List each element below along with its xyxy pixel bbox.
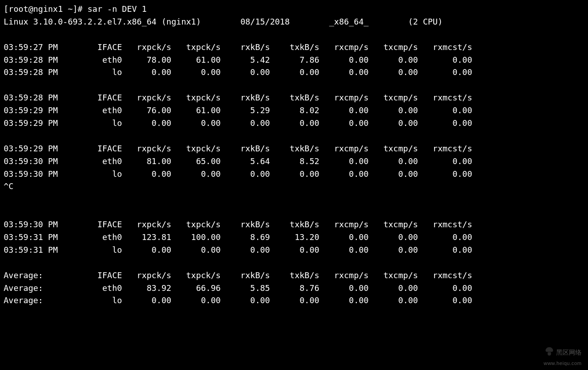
watermark-text: 黑区网络 xyxy=(556,349,582,356)
watermark-url: www.heiqu.com xyxy=(543,360,582,367)
watermark: 黑区网络 www.heiqu.com xyxy=(543,346,582,367)
mushroom-icon xyxy=(544,346,554,360)
terminal-output[interactable]: [root@nginx1 ~]# sar -n DEV 1 Linux 3.10… xyxy=(0,0,588,310)
